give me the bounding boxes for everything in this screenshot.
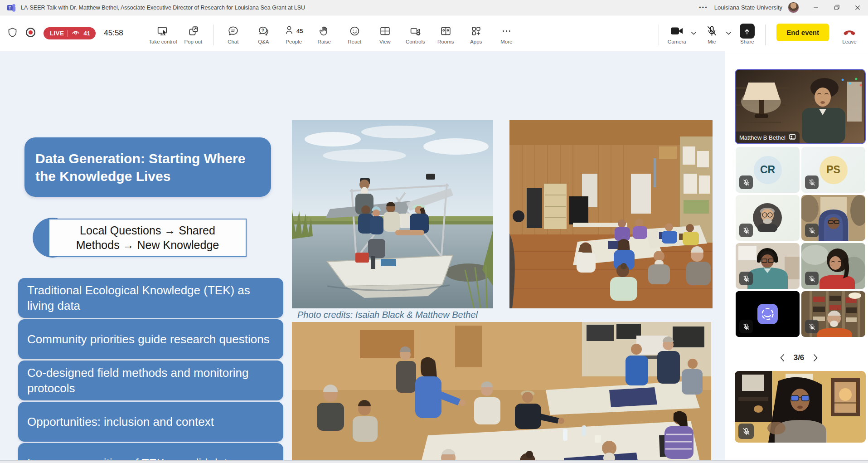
pop-out-label: Pop out	[184, 39, 202, 44]
people-button[interactable]: 45 People	[279, 21, 309, 44]
participant-tile-cr[interactable]: CR	[736, 147, 800, 193]
react-label: React	[348, 39, 361, 44]
chat-label: Chat	[228, 39, 238, 44]
mic-chevron-down-icon[interactable]	[726, 21, 732, 37]
toolbar-divider	[765, 24, 766, 45]
controls-button[interactable]: Controls	[400, 21, 431, 44]
shared-content-stage: Data Generation: Starting Where the Know…	[0, 51, 725, 463]
page-next-icon[interactable]	[813, 354, 818, 362]
qna-button[interactable]: ? Q&A	[248, 21, 279, 44]
take-control-button[interactable]: Take control	[148, 21, 178, 44]
participant-tile-camera-off[interactable]	[736, 291, 800, 337]
self-view-tile[interactable]	[735, 371, 866, 443]
restore-button[interactable]	[826, 0, 847, 15]
leave-phone-icon	[843, 25, 856, 37]
view-label: View	[379, 39, 391, 44]
window-bottom-edge	[0, 460, 868, 463]
speaker-name-label: Matthew B Bethel	[736, 132, 800, 143]
pop-out-button[interactable]: Pop out	[178, 21, 209, 44]
window-title-bar: LA-SEER Talk with Dr. Matthew Bethel, As…	[0, 0, 868, 15]
mic-muted-badge	[739, 272, 753, 285]
slide-title: Data Generation: Starting Where the Know…	[24, 137, 271, 197]
mic-muted-icon	[706, 25, 718, 37]
live-badge: LIVE 41	[44, 27, 96, 39]
leave-button[interactable]: Leave	[837, 21, 862, 44]
photo-credits: Photo credits: Isaiah Black & Matthew Be…	[297, 310, 478, 320]
close-button[interactable]	[847, 0, 868, 15]
chat-button[interactable]: Chat	[218, 21, 248, 44]
slide-bullet: Co-designed field methods and monitoring…	[18, 361, 283, 400]
mic-muted-badge	[805, 224, 819, 237]
mic-muted-badge	[739, 175, 753, 189]
take-control-icon	[157, 25, 169, 37]
live-label: LIVE	[50, 30, 64, 37]
raise-hand-button[interactable]: Raise	[309, 21, 339, 44]
recording-indicator-icon	[25, 27, 36, 40]
share-icon	[740, 24, 755, 39]
meeting-title: LA-SEER Talk with Dr. Matthew Bethel, As…	[21, 5, 305, 11]
slide-photo-workshop	[509, 120, 713, 308]
react-smiley-icon	[349, 25, 360, 37]
mic-label: Mic	[708, 39, 716, 44]
raise-label: Raise	[318, 39, 331, 44]
participant-tile-video[interactable]	[736, 243, 800, 289]
more-button[interactable]: More	[491, 21, 522, 44]
titlebar-overflow-icon[interactable]: •••	[693, 4, 714, 11]
active-speaker-tile[interactable]: Matthew B Bethel	[735, 69, 866, 144]
apps-button[interactable]: Apps	[461, 21, 491, 44]
raise-hand-icon	[319, 25, 330, 37]
react-button[interactable]: React	[339, 21, 370, 44]
live-divider	[68, 30, 68, 37]
pop-out-icon	[188, 25, 199, 37]
slide-flow-box: Local Questions → Shared Methods → New K…	[48, 219, 247, 257]
svg-text:?: ?	[262, 28, 264, 33]
camera-chevron-down-icon[interactable]	[691, 21, 697, 37]
controls-label: Controls	[406, 39, 425, 44]
view-grid-icon	[379, 25, 391, 37]
page-previous-icon[interactable]	[780, 354, 785, 362]
share-label: Share	[740, 39, 754, 44]
participant-tile-video[interactable]	[801, 243, 865, 289]
more-dots-icon	[501, 25, 512, 37]
user-avatar[interactable]	[788, 2, 799, 13]
apps-icon	[470, 25, 482, 37]
camera-label: Camera	[668, 39, 686, 44]
security-shield-icon[interactable]	[7, 27, 18, 39]
rooms-icon	[440, 25, 451, 37]
participant-initials: CR	[754, 156, 782, 184]
mic-muted-badge	[738, 424, 754, 439]
more-label: More	[500, 39, 512, 44]
viewer-eye-icon	[72, 29, 80, 37]
share-button[interactable]: Share	[733, 21, 761, 44]
participant-tile-avatar[interactable]	[736, 195, 800, 241]
people-icon	[285, 24, 296, 38]
slide-bullet: Community priorities guide research ques…	[18, 319, 283, 359]
camera-button[interactable]: Camera	[664, 21, 690, 44]
rooms-button[interactable]: Rooms	[431, 21, 461, 44]
controls-camera-gear-icon	[410, 25, 421, 37]
apps-label: Apps	[470, 39, 482, 44]
rooms-label: Rooms	[437, 39, 454, 44]
slide-bullet: Opportunities: inclusion and context	[18, 402, 283, 442]
end-event-button[interactable]: End event	[776, 24, 829, 41]
minimize-button[interactable]	[805, 0, 826, 15]
mic-muted-badge	[805, 175, 819, 189]
view-button[interactable]: View	[370, 21, 400, 44]
people-count-badge: 45	[296, 28, 303, 34]
mic-muted-badge	[805, 320, 819, 333]
slide-photo-boat	[292, 120, 493, 308]
meeting-toolbar: LIVE 41 45:58 Take control	[0, 15, 868, 51]
people-label: People	[286, 39, 302, 44]
spotlight-icon	[789, 133, 796, 141]
page-indicator: 3/6	[794, 353, 805, 362]
participant-tile-video[interactable]	[801, 291, 865, 337]
toolbar-divider	[213, 24, 213, 45]
qna-label: Q&A	[258, 39, 269, 44]
qna-icon: ?	[258, 25, 269, 37]
teams-logo-icon	[6, 3, 16, 13]
participant-tile-video[interactable]	[801, 195, 865, 241]
tenant-name: Louisiana State University	[714, 4, 782, 11]
participant-tile-ps[interactable]: PS	[801, 147, 865, 193]
mic-muted-badge	[739, 320, 753, 333]
mic-button[interactable]: Mic	[698, 21, 725, 44]
